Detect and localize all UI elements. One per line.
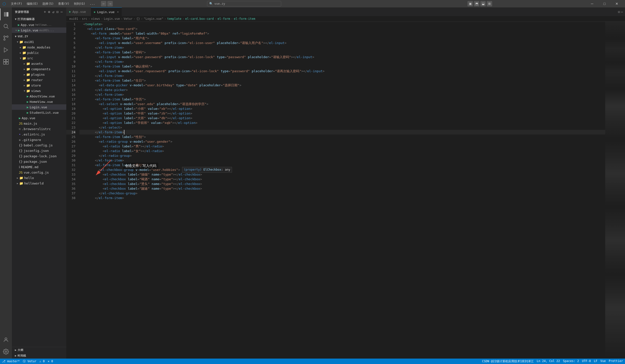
minimize-button[interactable]: ─: [586, 0, 598, 7]
crumb-vetur[interactable]: Vetur: [124, 17, 133, 21]
open-editors-section[interactable]: ▼ 打开的编辑器: [12, 16, 66, 22]
crumb-el-card[interactable]: el-card.box-card: [185, 17, 214, 21]
more-actions-tab-icon[interactable]: ⋯: [621, 10, 623, 14]
folder-views[interactable]: ▼ 📁 views: [12, 88, 66, 93]
project-label: VUE.ZY: [18, 35, 28, 38]
folder-components[interactable]: ▶ 📁 components: [12, 66, 66, 72]
status-encoding[interactable]: UTF-8: [582, 359, 591, 364]
project-section[interactable]: ▼ VUE.ZY: [12, 34, 66, 39]
layout-btn-2[interactable]: ⬒: [474, 1, 479, 6]
back-button[interactable]: ←: [101, 1, 106, 6]
tab-close-icon[interactable]: ✕: [117, 10, 119, 14]
code-line-1: <template>: [79, 22, 605, 27]
open-file-app-vue[interactable]: ▶ App.vue hellowo...: [12, 22, 66, 28]
maximize-button[interactable]: □: [599, 0, 610, 7]
more-actions-icon[interactable]: ⋯: [60, 9, 63, 14]
file-login-vue[interactable]: ▶ Login.vue: [12, 104, 66, 110]
refresh-icon[interactable]: ↺: [52, 9, 55, 14]
code-line-9: </el-form-item>: [79, 59, 605, 64]
title-menu[interactable]: 文件(F) 编辑(E) 选择(S) 查看(V) 转到(G) ...: [9, 1, 97, 6]
file-eslintrc[interactable]: • .eslintrc.js: [12, 132, 66, 137]
crumb-views[interactable]: views: [91, 17, 100, 21]
status-errors[interactable]: ✕ 0: [48, 360, 53, 363]
tab-bar: ▶ App.vue ▶ Login.vue ✕ ⊡ ⋯: [66, 7, 625, 16]
crumb-braces[interactable]: {}: [136, 17, 140, 21]
search-bar[interactable]: 🔍 vue.zy: [207, 1, 281, 6]
folder-router[interactable]: ▶ 📁 router: [12, 77, 66, 83]
file-about-view[interactable]: ▶ AboutView.vue: [12, 93, 66, 99]
activity-run[interactable]: [0, 44, 12, 56]
close-button[interactable]: ✕: [611, 0, 623, 7]
file-home-view[interactable]: ▶ HomeView.vue: [12, 99, 66, 104]
open-file-login-vue[interactable]: ✕ ▶ Login.vue eui01\...: [12, 28, 66, 33]
menu-view[interactable]: 查看(V): [56, 1, 71, 6]
folder-hello[interactable]: ▶ 📁 hello: [12, 175, 66, 181]
folder-store[interactable]: ▶ 📁 store: [12, 83, 66, 88]
layout-btn-1[interactable]: ▣: [468, 1, 473, 6]
new-file-icon[interactable]: +: [43, 9, 46, 14]
status-cursor: Ln 24, Col 22: [537, 359, 560, 364]
tab-login-vue[interactable]: ▶ Login.vue ✕: [91, 7, 122, 16]
activity-settings[interactable]: [0, 346, 12, 358]
crumb-template[interactable]: template: [167, 17, 182, 21]
forward-button[interactable]: →: [107, 1, 113, 6]
activity-source-control[interactable]: [0, 32, 12, 44]
file-package-lock[interactable]: {} package-lock.json: [12, 153, 66, 159]
crumb-eui01[interactable]: eui01: [69, 17, 78, 21]
file-browserslist[interactable]: ≡ .browserslistrc: [12, 126, 66, 132]
menu-file[interactable]: 文件(F): [9, 1, 24, 6]
folder-public[interactable]: ▶ 📁 public: [12, 50, 66, 55]
file-student-list[interactable]: ▶ StudentList.vue: [12, 110, 66, 115]
close-open-file-icon[interactable]: ✕: [15, 29, 17, 32]
status-warnings[interactable]: ⚠ 0: [39, 360, 45, 363]
tab-app-vue[interactable]: ▶ App.vue: [66, 7, 91, 16]
timeline-section[interactable]: ▶ 时间线: [12, 353, 66, 359]
file-babel[interactable]: {} babel.config.js: [12, 142, 66, 148]
crumb-login-vue[interactable]: Login.vue: [104, 17, 120, 21]
code-editor[interactable]: <template> <el-card class="box-card"> <e…: [77, 22, 605, 359]
collapse-icon[interactable]: ⊟: [56, 9, 59, 14]
code-line-33: <el-checkbox label="抽烟" name="type"></el…: [79, 172, 605, 177]
code-line-38: </el-form-item>: [79, 196, 605, 200]
folder-plugins[interactable]: ▶ 📁 plugins: [12, 72, 66, 77]
folder-node-modules[interactable]: ▶ 📁 node_modules: [12, 45, 66, 50]
layout-btn-4[interactable]: ⊞: [487, 1, 492, 6]
split-editor-icon[interactable]: ⊡: [618, 10, 620, 14]
file-main-js[interactable]: JS main.js: [12, 121, 66, 126]
file-package[interactable]: {} package.json: [12, 159, 66, 164]
file-vue-config[interactable]: JS vue.config.js: [12, 170, 66, 175]
status-eol[interactable]: LF: [594, 359, 597, 364]
file-jsconfig[interactable]: {} jsconfig.json: [12, 148, 66, 153]
new-folder-icon[interactable]: ⊕: [47, 9, 51, 14]
editor-content[interactable]: 12345 678910 1112131415 1617181920 21222…: [66, 22, 625, 359]
folder-assets[interactable]: ▶ 📁 assets: [12, 61, 66, 66]
file-gitignore[interactable]: ◈ .gitignore: [12, 137, 66, 142]
crumb-login-quoted[interactable]: "Login.vue": [144, 17, 163, 21]
layout-btn-3[interactable]: ⬓: [480, 1, 486, 6]
activity-explorer[interactable]: [0, 8, 12, 20]
activity-extensions[interactable]: [0, 56, 12, 68]
file-app-vue[interactable]: ▶ App.vue: [12, 115, 66, 121]
status-formatter[interactable]: Prettier: [609, 359, 623, 364]
code-line-28: <el-radio label="女"></el-radio>: [79, 149, 605, 153]
file-readme[interactable]: ℹ README.md: [12, 164, 66, 170]
status-spaces[interactable]: Spaces: 2: [563, 359, 579, 364]
activity-search[interactable]: [0, 20, 12, 32]
status-lang[interactable]: Vue: [600, 359, 606, 364]
menu-select[interactable]: 选择(S): [40, 1, 56, 6]
menu-goto[interactable]: 转到(G): [72, 1, 87, 6]
crumb-el-form-item[interactable]: el-form-item: [234, 17, 255, 21]
code-line-20: <el-option label="中班" value="zb"></el-op…: [79, 111, 605, 116]
outline-section[interactable]: ▶ 大纲: [12, 347, 66, 353]
folder-eui01[interactable]: ▼ 📁 eui01: [12, 39, 66, 45]
folder-helloworld[interactable]: ▶ 📁 helloworld: [12, 181, 66, 186]
crumb-el-form[interactable]: el-form: [218, 17, 230, 21]
crumb-src[interactable]: src: [82, 17, 87, 21]
svg-point-2: [4, 24, 7, 28]
activity-account[interactable]: [0, 334, 12, 346]
status-branch[interactable]: ⎇ master*: [2, 360, 20, 363]
menu-more[interactable]: ...: [88, 1, 97, 6]
status-right: CSDN @22级计算机应用技术1班刘泽江 Ln 24, Col 22 Spac…: [482, 359, 623, 364]
folder-src[interactable]: ▼ 📁 src: [12, 55, 66, 61]
menu-edit[interactable]: 编辑(E): [25, 1, 40, 6]
